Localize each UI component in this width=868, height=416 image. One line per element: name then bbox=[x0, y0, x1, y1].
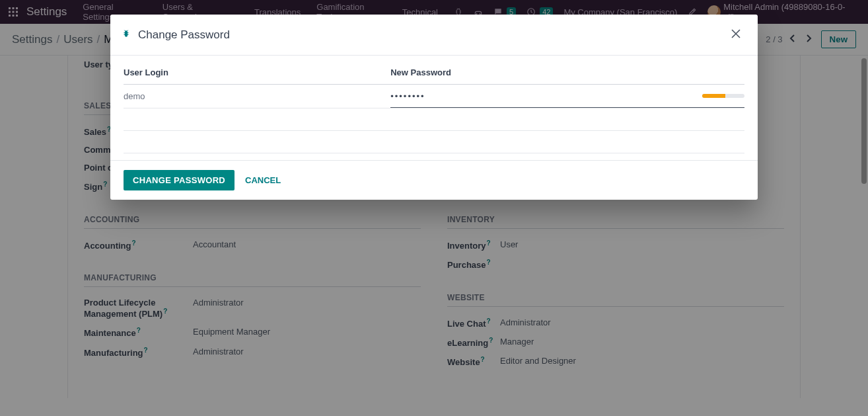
list-row[interactable] bbox=[124, 131, 744, 153]
change-password-modal: Change Password User Login demo New Pass… bbox=[110, 15, 758, 200]
user-login-value: demo bbox=[124, 91, 145, 101]
new-password-input[interactable] bbox=[390, 91, 685, 101]
list-row[interactable] bbox=[124, 108, 744, 131]
change-password-button[interactable]: CHANGE PASSWORD bbox=[124, 170, 235, 190]
new-password-header: New Password bbox=[390, 67, 744, 85]
cancel-button[interactable]: CANCEL bbox=[245, 175, 281, 185]
modal-title: Change Password bbox=[138, 28, 721, 42]
close-icon[interactable] bbox=[727, 25, 744, 44]
modal-body: User Login demo New Password bbox=[110, 56, 758, 160]
bug-icon[interactable] bbox=[121, 28, 131, 41]
user-login-header: User Login bbox=[124, 67, 390, 85]
password-strength-meter bbox=[702, 94, 744, 98]
modal-header: Change Password bbox=[110, 15, 758, 56]
modal-footer: CHANGE PASSWORD CANCEL bbox=[110, 160, 758, 200]
